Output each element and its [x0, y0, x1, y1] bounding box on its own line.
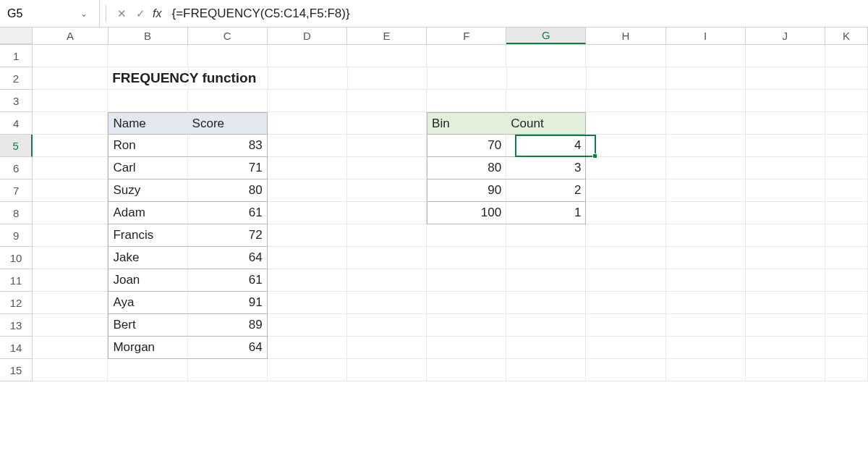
col-header-A[interactable]: A — [33, 28, 108, 44]
chevron-down-icon[interactable]: ⌄ — [80, 9, 92, 19]
cell-K12[interactable] — [825, 292, 868, 314]
table-row[interactable]: Carl — [108, 157, 187, 180]
cell-D1[interactable] — [268, 45, 347, 67]
table-row[interactable]: Aya — [108, 292, 187, 314]
cell-E12[interactable] — [347, 292, 427, 314]
cell-D11[interactable] — [268, 269, 347, 292]
cell-D10[interactable] — [268, 247, 347, 269]
cell-F2[interactable] — [427, 67, 507, 90]
cell-J4[interactable] — [746, 112, 825, 135]
name-box[interactable]: G5 ⌄ — [0, 0, 100, 28]
cell-H1[interactable] — [586, 45, 665, 67]
cell-H6[interactable] — [586, 157, 665, 180]
cell-K4[interactable] — [825, 112, 868, 135]
cell-J7[interactable] — [746, 180, 825, 202]
row-header-5[interactable]: 5 — [0, 135, 33, 157]
cell-H11[interactable] — [586, 269, 665, 292]
cell-H5[interactable] — [586, 135, 665, 157]
row-header-6[interactable]: 6 — [0, 157, 33, 180]
cell-G1[interactable] — [506, 45, 586, 67]
cell-D8[interactable] — [268, 202, 347, 224]
cell-E7[interactable] — [347, 180, 427, 202]
cell-H13[interactable] — [586, 314, 665, 337]
cell-I11[interactable] — [666, 269, 746, 292]
fx-icon[interactable]: fx — [153, 7, 161, 20]
cell-G14[interactable] — [506, 337, 586, 359]
cell-K11[interactable] — [825, 269, 868, 292]
cell-J14[interactable] — [746, 337, 825, 359]
cell-K8[interactable] — [825, 202, 868, 224]
table-row[interactable]: Ron — [108, 135, 187, 157]
cell-F9[interactable] — [427, 224, 506, 247]
cell-I5[interactable] — [666, 135, 746, 157]
cell-K10[interactable] — [825, 247, 868, 269]
cell-G12[interactable] — [506, 292, 586, 314]
cell-D3[interactable] — [268, 90, 347, 112]
col-header-I[interactable]: I — [666, 28, 746, 44]
cell-H15[interactable] — [586, 359, 665, 381]
cell-C1[interactable] — [188, 45, 268, 67]
table-row[interactable]: 2 — [506, 180, 586, 202]
table-row[interactable]: 3 — [506, 157, 586, 180]
row-header-8[interactable]: 8 — [0, 202, 33, 224]
col-header-E[interactable]: E — [347, 28, 427, 44]
cell-B15[interactable] — [108, 359, 187, 381]
cell-J1[interactable] — [746, 45, 825, 67]
cell-F3[interactable] — [427, 90, 506, 112]
cancel-formula-icon[interactable]: ✕ — [112, 4, 131, 23]
cell-I10[interactable] — [666, 247, 746, 269]
cell-F15[interactable] — [427, 359, 506, 381]
cell-D12[interactable] — [268, 292, 347, 314]
col-header-G[interactable]: G — [506, 28, 586, 44]
table-row[interactable]: 72 — [188, 224, 268, 247]
cell-J13[interactable] — [746, 314, 825, 337]
row-header-14[interactable]: 14 — [0, 337, 33, 359]
table-row[interactable]: Morgan — [108, 337, 187, 359]
cell-A6[interactable] — [33, 157, 108, 180]
cell-F1[interactable] — [427, 45, 506, 67]
cell-D13[interactable] — [268, 314, 347, 337]
cell-E14[interactable] — [347, 337, 427, 359]
cell-E9[interactable] — [347, 224, 427, 247]
table-row[interactable]: Suzy — [108, 180, 187, 202]
table-row[interactable]: Bert — [108, 314, 187, 337]
cell-J11[interactable] — [746, 269, 825, 292]
cell-G11[interactable] — [506, 269, 586, 292]
table-row[interactable]: 70 — [427, 135, 506, 157]
cell-E5[interactable] — [347, 135, 427, 157]
cell-E4[interactable] — [347, 112, 427, 135]
formula-input[interactable] — [167, 0, 868, 27]
row-header-4[interactable]: 4 — [0, 112, 33, 135]
cell-F10[interactable] — [427, 247, 506, 269]
cell-I9[interactable] — [666, 224, 746, 247]
cell-D4[interactable] — [268, 112, 347, 135]
cell-E15[interactable] — [347, 359, 427, 381]
col-header-F[interactable]: F — [427, 28, 506, 44]
cell-H8[interactable] — [586, 202, 665, 224]
cell-A7[interactable] — [33, 180, 108, 202]
table-row[interactable]: 1 — [506, 202, 586, 224]
table2-header-bin[interactable]: Bin — [427, 112, 506, 135]
row-header-12[interactable]: 12 — [0, 292, 33, 314]
table1-header-score[interactable]: Score — [188, 112, 268, 135]
cell-J5[interactable] — [746, 135, 825, 157]
table-row[interactable]: Jake — [108, 247, 187, 269]
cell-D15[interactable] — [268, 359, 347, 381]
cell-I4[interactable] — [666, 112, 746, 135]
table1-header-name[interactable]: Name — [108, 112, 187, 135]
cell-J2[interactable] — [746, 67, 825, 90]
cell-E13[interactable] — [347, 314, 427, 337]
cell-G3[interactable] — [506, 90, 586, 112]
cell-H9[interactable] — [586, 224, 665, 247]
cell-A1[interactable] — [33, 45, 108, 67]
table-row[interactable]: 61 — [188, 202, 268, 224]
cell-A13[interactable] — [33, 314, 108, 337]
cell-D6[interactable] — [268, 157, 347, 180]
cell-A15[interactable] — [33, 359, 108, 381]
cell-G10[interactable] — [506, 247, 586, 269]
cell-I12[interactable] — [666, 292, 746, 314]
col-header-C[interactable]: C — [188, 28, 268, 44]
cell-G2[interactable] — [507, 67, 587, 90]
cell-G9[interactable] — [506, 224, 586, 247]
cell-I2[interactable] — [666, 67, 746, 90]
